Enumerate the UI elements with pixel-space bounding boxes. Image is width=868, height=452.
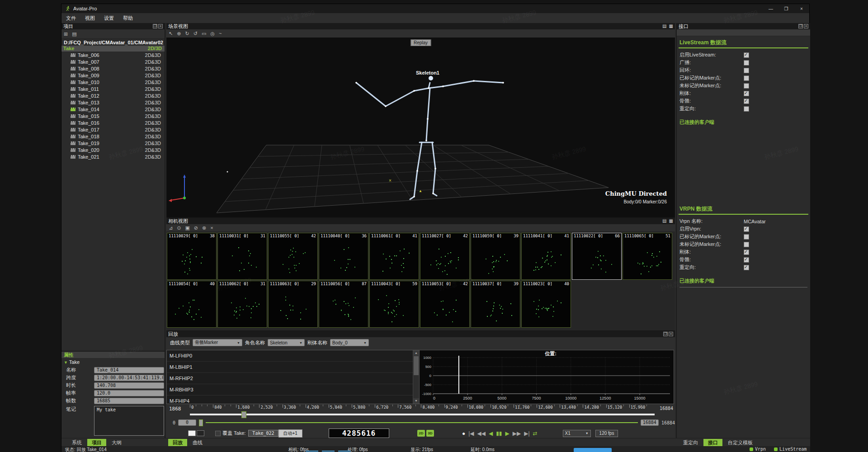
range-selection-bar[interactable]: [206, 422, 638, 423]
property-input[interactable]: 140.708: [94, 382, 164, 389]
tab-1[interactable]: 接口: [703, 439, 722, 446]
take-row[interactable]: Take_0152D&3D: [61, 113, 165, 119]
setting-checkbox[interactable]: [744, 257, 749, 263]
range-start-input[interactable]: 0: [178, 419, 196, 426]
camera-tile[interactable]: 11110023[ 0]40: [521, 281, 571, 328]
take-row[interactable]: Take_0112D&3D: [61, 85, 165, 92]
loop-button[interactable]: ⇄: [533, 430, 538, 437]
magnifier-icon[interactable]: ⊙: [177, 224, 181, 231]
play-button[interactable]: ▶: [505, 430, 509, 437]
curve-type-select[interactable]: 骨骼Marker▼: [193, 339, 242, 346]
tab-0[interactable]: 回放: [168, 439, 187, 446]
rewind-button[interactable]: ◀◀: [477, 430, 486, 437]
camera-tile[interactable]: 11110037[ 0]39: [471, 281, 520, 328]
record-button[interactable]: ●: [462, 430, 465, 437]
pause-button[interactable]: ▮▮: [496, 430, 502, 437]
camera-tile[interactable]: 11110054[ 0]40: [167, 281, 217, 328]
property-input[interactable]: Take_014: [94, 367, 164, 373]
take-row[interactable]: Take_0142D&3D: [61, 106, 165, 113]
camera-tile[interactable]: 11110056[ 0]87: [319, 281, 368, 328]
take-row[interactable]: Take_0162D&3D: [61, 119, 165, 126]
color-swatch-dark[interactable]: [197, 430, 204, 436]
take-row[interactable]: Take_0072D&3D: [61, 58, 165, 65]
list-layout-icon[interactable]: ▤: [662, 23, 666, 29]
crosshair-icon[interactable]: ×: [210, 224, 213, 231]
move-tool-icon[interactable]: ⊕: [177, 30, 181, 37]
playback-speed-select[interactable]: X1▼: [563, 430, 591, 437]
camera-tile[interactable]: 11110053[ 0]42: [420, 281, 470, 328]
setting-checkbox[interactable]: [744, 83, 749, 89]
trajectory-icon[interactable]: ~: [219, 30, 222, 37]
menu-item-1[interactable]: 视图: [80, 14, 99, 23]
camera-tile[interactable]: 11110040[ 0]36: [319, 233, 368, 280]
menu-item-0[interactable]: 文件: [61, 14, 80, 23]
select-tool-icon[interactable]: ↖: [169, 30, 173, 37]
camera-tile[interactable]: 11110027[ 0]42: [420, 233, 470, 280]
minimize-button[interactable]: —: [763, 4, 778, 13]
menu-item-2[interactable]: 设置: [99, 14, 118, 23]
take-row[interactable]: Take_0172D&3D: [61, 126, 165, 133]
menu-item-3[interactable]: 帮助: [118, 14, 137, 23]
setting-checkbox[interactable]: [744, 250, 749, 255]
scrollbar-thumb[interactable]: [414, 356, 419, 375]
range-end-input[interactable]: 16884: [641, 419, 659, 426]
camera-tile[interactable]: 11110022[ 0]66: [572, 233, 622, 280]
color-swatch-light[interactable]: [188, 430, 196, 436]
marker-list[interactable]: M-LFHIP0M-LBHIP1M-RFHIP2M-RBHIP3M-FHIP4 …: [166, 350, 420, 404]
setting-checkbox[interactable]: [744, 226, 749, 232]
float-panel-icon[interactable]: ❐: [798, 24, 803, 28]
take-row[interactable]: Take_0082D&3D: [61, 65, 165, 72]
take-row[interactable]: Take_0192D&3D: [61, 140, 165, 146]
close-panel-icon[interactable]: ×: [158, 24, 163, 28]
camera-tile[interactable]: 11110061[ 0]41: [369, 233, 419, 280]
overwrite-checkbox[interactable]: [215, 431, 221, 436]
marker-list-scrollbar[interactable]: ▲ ▼: [413, 350, 419, 404]
take-row[interactable]: Take_0182D&3D: [61, 133, 165, 140]
wand-icon[interactable]: ⊿: [169, 224, 173, 231]
tab-2[interactable]: 自定义模板: [723, 439, 757, 446]
setting-checkbox[interactable]: [744, 75, 749, 81]
property-input[interactable]: 16885: [94, 398, 164, 404]
fast-forward-button[interactable]: ▶▶: [513, 430, 521, 437]
camera-tile[interactable]: 11110041[ 0]41: [521, 233, 571, 280]
grid-layout-icon[interactable]: ▦: [669, 218, 673, 224]
rotate-tool-icon[interactable]: ↻: [185, 30, 189, 37]
scene-viewport[interactable]: ×▲ Replay Skeleton1 ChingMU Directed Bod…: [166, 38, 675, 217]
marker-list-item[interactable]: M-RBHIP3: [167, 384, 419, 396]
close-panel-icon[interactable]: ×: [669, 332, 673, 336]
rigidbody-name-select[interactable]: Body_0▼: [330, 339, 369, 346]
list-layout-icon[interactable]: ▤: [662, 218, 666, 224]
actor-name-select[interactable]: Skeleton▼: [268, 339, 305, 346]
plane-icon[interactable]: ▭: [202, 30, 206, 37]
tab-1[interactable]: 项目: [87, 439, 106, 446]
tab-1[interactable]: 曲线: [188, 439, 207, 446]
setting-checkbox[interactable]: [744, 52, 749, 58]
camera-tile[interactable]: 11110055[ 0]42: [268, 233, 318, 280]
mode-3d-button[interactable]: 3D: [426, 430, 434, 437]
close-panel-icon[interactable]: ×: [804, 24, 808, 28]
restore-button[interactable]: ❐: [778, 4, 794, 13]
tab-0[interactable]: 重定向: [679, 439, 703, 446]
replay-badge[interactable]: Replay: [410, 39, 431, 46]
marker-list-item[interactable]: M-FHIP4: [167, 396, 419, 404]
setting-checkbox[interactable]: [744, 68, 749, 73]
mode-2d-button[interactable]: 2D: [417, 430, 425, 437]
tab-2[interactable]: 大纲: [107, 439, 126, 446]
record-take-input[interactable]: Take_022: [248, 430, 278, 437]
reject-icon[interactable]: ⊗: [202, 224, 206, 231]
accept-icon[interactable]: ⊘: [194, 224, 198, 231]
take-row[interactable]: Take_0212D&3D: [61, 153, 165, 160]
camera-tile[interactable]: 11110059[ 0]39: [471, 233, 520, 280]
region-select-icon[interactable]: ▣: [185, 224, 189, 231]
setting-checkbox[interactable]: [744, 265, 749, 270]
timeline-ruler[interactable]: 08401,6802,5203,3604,2005,0405,8806,7207…: [190, 405, 655, 411]
setting-checkbox[interactable]: [744, 242, 749, 247]
step-back-button[interactable]: ◀: [489, 430, 493, 437]
setting-checkbox[interactable]: [744, 99, 749, 104]
range-start-handle[interactable]: [199, 419, 203, 426]
scroll-up-icon[interactable]: ▲: [413, 350, 419, 356]
float-panel-icon[interactable]: ❐: [153, 24, 157, 28]
setting-checkbox[interactable]: [744, 106, 749, 112]
setting-checkbox[interactable]: [744, 60, 749, 66]
take-group-header[interactable]: ▼ Take: [61, 358, 165, 366]
